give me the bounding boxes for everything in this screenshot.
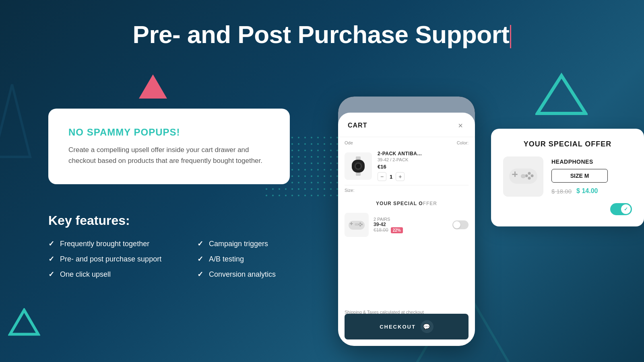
cart-product-image [345, 152, 372, 180]
offer-toggle-row: ✓ [503, 203, 632, 215]
cart-upsell-toggle[interactable] [452, 220, 469, 229]
cart-header: CART × [338, 113, 475, 137]
cart-special-offer-label: YOUR SPECIAL OFFER [345, 195, 469, 210]
card-body: Create a compelling upsell offer inside … [68, 144, 270, 166]
svg-marker-3 [0, 84, 30, 157]
feature-item-6: ✓ Conversion analytics [197, 270, 318, 279]
key-features-section: Key features: ✓ Frequently brought toget… [48, 213, 318, 279]
offer-size-selector[interactable]: SIZE M [551, 169, 608, 183]
features-grid: ✓ Frequently brought together ✓ Campaign… [48, 239, 318, 279]
feature-label-1: Frequently brought together [60, 240, 149, 248]
cart-upsell-old-price: €18.00 [374, 227, 388, 233]
checkout-button[interactable]: CHECKOUT 💬 [345, 314, 469, 339]
mockup-container: CART × Ode Color: [314, 97, 644, 362]
page-title-section: Pre- and Post Purchase Support [0, 20, 644, 49]
check-icon-5: ✓ [197, 255, 203, 263]
cart-size-row: Size: [345, 185, 469, 195]
qty-increase-button[interactable]: + [396, 172, 405, 181]
cart-close-button[interactable]: × [456, 121, 465, 130]
feature-label-3: One click upsell [60, 270, 111, 279]
cart-title: CART [348, 122, 367, 129]
feature-label-2: Pre- and post purchase support [60, 255, 161, 263]
qty-decrease-button[interactable]: − [378, 172, 386, 181]
chat-bubble-icon: 💬 [421, 320, 433, 333]
offer-product-row: HEADPHONES SIZE M $ 18.00 $ 14.00 [503, 156, 632, 197]
svg-point-22 [531, 175, 534, 177]
page-title-text: Pre- and Post Purchase Support [133, 21, 510, 48]
features-heading: Key features: [48, 213, 318, 228]
cart-product-name: 2-PACK ANTIBA... [378, 151, 469, 156]
cart-upsell-item: 2 PAIRS 39-42 €18.00 22% [345, 210, 469, 240]
cart-upsell-image [345, 213, 369, 237]
feature-label-6: Conversion analytics [209, 270, 276, 279]
svg-marker-1 [10, 310, 38, 334]
svg-marker-4 [139, 74, 167, 99]
svg-rect-20 [514, 171, 516, 177]
offer-prices: $ 18.00 $ 14.00 [551, 187, 632, 195]
offer-toggle-switch[interactable]: ✓ [610, 203, 632, 215]
svg-rect-25 [521, 174, 526, 178]
svg-point-13 [359, 222, 361, 224]
feature-item-3: ✓ One click upsell [48, 270, 181, 279]
check-icon-6: ✓ [197, 270, 203, 279]
cart-upsell-variant: 39-42 [374, 222, 448, 227]
cart-product-price: €16 [378, 164, 469, 170]
svg-point-21 [528, 172, 531, 175]
feature-card: NO SPAMMY POPUPS! Create a compelling up… [48, 109, 290, 184]
cart-discount-badge: 22% [391, 227, 403, 233]
special-offer-card: YOUR SPECIAL OFFER HEADPHONES SIZE M [491, 129, 644, 226]
svg-rect-5 [356, 156, 361, 160]
offer-product-name: HEADPHONES [551, 158, 632, 165]
check-icon-2: ✓ [48, 255, 54, 263]
feature-item-1: ✓ Frequently brought together [48, 239, 181, 248]
feature-label-4: Campaign triggers [209, 240, 268, 248]
cart-body: Ode Color: [338, 137, 475, 240]
svg-rect-17 [355, 223, 359, 226]
teal-triangle-bottom-left [8, 308, 40, 338]
offer-card-title: YOUR SPECIAL OFFER [503, 140, 632, 148]
svg-point-9 [355, 163, 361, 169]
cursor-decoration [510, 25, 511, 48]
svg-point-14 [361, 224, 363, 225]
cart-qty-number: 1 [390, 174, 392, 180]
feature-label-5: A/B testing [209, 255, 244, 263]
cart-panel: CART × Ode Color: [338, 113, 475, 346]
page-title: Pre- and Post Purchase Support [0, 20, 644, 49]
cart-color-label: Color: [457, 140, 469, 145]
cart-item-ode-label: Ode [345, 140, 353, 145]
svg-rect-6 [356, 173, 361, 176]
check-icon-1: ✓ [48, 239, 54, 248]
cart-upsell-label: 2 PAIRS [374, 217, 448, 222]
svg-point-15 [359, 225, 361, 226]
cart-product-variant: 39-42 / 2-PACK [378, 157, 469, 162]
cart-qty-control: − 1 + [378, 172, 469, 181]
offer-old-price: $ 18.00 [551, 188, 572, 195]
check-icon-3: ✓ [48, 270, 54, 279]
offer-product-image [503, 156, 543, 197]
feature-item-4: ✓ Campaign triggers [197, 239, 318, 248]
svg-point-23 [528, 177, 531, 180]
svg-rect-12 [351, 222, 352, 225]
offer-product-details: HEADPHONES SIZE M $ 18.00 $ 14.00 [551, 158, 632, 195]
pink-triangle-decoration [137, 72, 169, 102]
phone-frame: CART × Ode Color: [338, 97, 475, 346]
card-heading: NO SPAMMY POPUPS! [68, 127, 270, 138]
cart-upsell-toggle-knob [453, 221, 460, 228]
toggle-check-icon: ✓ [624, 206, 628, 212]
check-icon-4: ✓ [197, 239, 203, 248]
cart-product-info: 2-PACK ANTIBA... 39-42 / 2-PACK €16 − 1 … [378, 151, 469, 181]
checkout-label: CHECKOUT [380, 324, 416, 330]
offer-new-price: $ 14.00 [576, 187, 598, 195]
offer-toggle-knob: ✓ [621, 204, 631, 214]
cart-upsell-prices: €18.00 22% [374, 227, 448, 233]
checkout-section: CHECKOUT 💬 [338, 311, 475, 342]
feature-item-2: ✓ Pre- and post purchase support [48, 255, 181, 263]
feature-item-5: ✓ A/B testing [197, 255, 318, 263]
cart-product-row: 2-PACK ANTIBA... 39-42 / 2-PACK €16 − 1 … [345, 147, 469, 185]
cart-size-label: Size: [345, 188, 354, 193]
cart-upsell-info: 2 PAIRS 39-42 €18.00 22% [374, 217, 448, 233]
side-triangle-left [0, 80, 32, 162]
